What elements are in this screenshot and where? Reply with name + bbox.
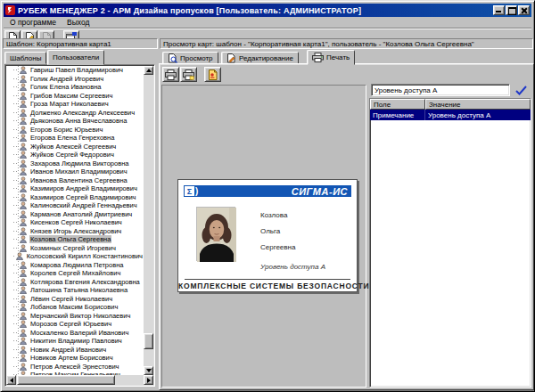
person-icon <box>20 184 27 192</box>
close-button[interactable] <box>518 5 530 15</box>
person-icon <box>20 354 27 362</box>
scroll-thumb[interactable] <box>144 333 153 349</box>
cell-field: Примечание <box>370 110 425 120</box>
printer-icon <box>312 53 324 62</box>
list-item[interactable]: Долженко Александр Алексеевич <box>6 109 144 118</box>
menu-about[interactable]: О программе <box>5 17 61 28</box>
list-item[interactable]: Гавриш Павел Владимирович <box>6 66 144 75</box>
minimize-button[interactable] <box>493 5 505 15</box>
list-item[interactable]: Никитин Владимир Павлович <box>6 337 144 346</box>
list-item[interactable]: Мерчанский Виктор Николаевич <box>6 312 144 321</box>
list-vertical-scrollbar[interactable] <box>144 66 153 375</box>
list-item[interactable]: Новик Андрей Иванович <box>6 346 144 355</box>
app-icon <box>5 5 15 15</box>
list-item[interactable]: Петров Алексей Эрнестович <box>6 363 144 372</box>
list-item[interactable]: Кисенков Сергей Николаевич <box>6 218 144 227</box>
scroll-up-icon[interactable] <box>144 66 153 75</box>
print-button[interactable] <box>162 67 179 82</box>
sigma-logo-icon: Σ <box>185 186 194 196</box>
list-item[interactable]: Москаленко Валерий Иванович <box>6 329 144 338</box>
tab-preview[interactable]: Просмотр <box>162 52 218 64</box>
list-item[interactable]: Королев Сергей Михайлович <box>6 269 144 278</box>
card-divider <box>185 279 350 280</box>
column-header-value[interactable]: Значение <box>425 99 531 110</box>
person-icon <box>20 193 27 201</box>
list-item[interactable]: Козминых Сергей Игоревич <box>6 244 144 253</box>
person-icon <box>20 346 27 354</box>
list-item[interactable]: Иванов Михаил Владимирович <box>6 167 144 176</box>
status-template: Шаблон: Корпоративная карта1 <box>3 38 158 49</box>
card-firstname: Ольга <box>260 227 280 235</box>
title-bar[interactable]: РУБЕЖ МЕНЕДЖЕР 2 - АРМ Дизайна пропусков… <box>4 4 531 17</box>
tab-print[interactable]: Печать <box>307 50 355 65</box>
person-icon <box>20 83 27 91</box>
person-icon <box>20 363 27 371</box>
list-item[interactable]: Жуйков Сергей Федорович <box>6 151 144 159</box>
list-item[interactable]: Казимиров Сергей Владимирович <box>6 193 144 202</box>
card-preview-area: Σ ) СИГМА-ИС <box>161 85 366 388</box>
card-badge-icon <box>207 69 218 80</box>
list-item[interactable]: Карманов Анатолий Дмитриевич <box>6 210 144 219</box>
maximize-button[interactable] <box>506 5 517 15</box>
list-item[interactable]: Голик Елена Ивановна <box>6 83 144 92</box>
list-item[interactable]: Дьяконова Анна Вячеславовна <box>6 117 144 126</box>
person-icon <box>20 227 27 235</box>
person-icon <box>20 176 27 184</box>
list-item[interactable]: Латошина Татьяна Николаевна <box>6 286 144 295</box>
list-item[interactable]: Морозов Сергей Юрьевич <box>6 320 144 329</box>
list-item[interactable]: Калиновский Андрей Геннадьевич <box>6 201 144 210</box>
person-icon <box>20 235 27 243</box>
card-brand: СИГМА-ИС <box>198 186 351 197</box>
tab-users[interactable]: Пользователи <box>47 50 104 65</box>
list-item[interactable]: Жуйков Алексей Сергеевич <box>6 143 144 151</box>
card-middlename: Сергеевна <box>260 243 295 251</box>
apply-button[interactable] <box>513 84 530 96</box>
list-item[interactable]: Голик Андрей Игоревич <box>6 75 144 84</box>
scroll-left-icon[interactable] <box>6 375 16 385</box>
field-value-input[interactable] <box>371 84 510 96</box>
list-item[interactable]: Козлова Ольга Сергеевна <box>6 235 144 244</box>
person-icon <box>16 252 23 260</box>
list-item[interactable]: Егоров Борис Юрьевич <box>6 126 144 135</box>
list-item[interactable]: Лобанов Максим Борисович <box>6 303 144 312</box>
list-item[interactable]: Князев Игорь Александрович <box>6 227 144 236</box>
portrait-photo <box>197 208 236 262</box>
list-item[interactable]: Лёвин Сергей Николаевич <box>6 295 144 304</box>
status-view: Просмотр карт: шаблон - "Корпоративная к… <box>160 38 533 49</box>
person-icon <box>20 269 27 277</box>
menu-bar: О программе Выход <box>4 17 531 29</box>
card-footer: КОМПЛЕКСНЫЕ СИСТЕМЫ БЕЗОПАСНОСТИ <box>178 282 357 290</box>
user-list: Гавриш Павел Владимирович Голик Андрей И… <box>6 66 144 375</box>
list-item[interactable]: Иванова Валентина Сергеевна <box>6 176 144 185</box>
list-item[interactable]: Колосовский Кирилл Константинович <box>6 252 144 261</box>
print-setup-button[interactable] <box>180 67 197 82</box>
list-item[interactable]: Котлярова Евгения Александровна <box>6 278 144 287</box>
person-icon <box>20 337 27 345</box>
list-item[interactable]: Казимиров Андрей Владимирович <box>6 184 144 193</box>
list-item[interactable]: Грибов Максим Сергеевич <box>6 92 144 101</box>
list-horizontal-scrollbar[interactable] <box>6 375 153 385</box>
person-icon <box>20 134 27 142</box>
list-item[interactable]: Комарова Людмила Петровна <box>6 261 144 270</box>
tab-templates[interactable]: Шаблоны <box>4 52 46 64</box>
person-icon <box>20 201 27 209</box>
scroll-down-icon[interactable] <box>144 366 153 375</box>
scroll-right-icon[interactable] <box>144 375 153 385</box>
column-header-field[interactable]: Поле <box>370 99 425 110</box>
edit-pencil-icon <box>226 53 236 63</box>
person-icon <box>20 92 27 100</box>
list-item[interactable]: Захарова Людмила Викторовна <box>6 159 144 168</box>
print-card-button[interactable] <box>204 67 221 82</box>
table-row[interactable]: Примечание Уровень доступа А <box>370 110 531 120</box>
list-item[interactable]: Гроза Марат Николаевич <box>6 100 144 109</box>
list-item[interactable]: Егорова Елена Генреховна <box>6 134 144 143</box>
cell-value: Уровень доступа А <box>425 110 531 120</box>
tab-edit[interactable]: Редактирование <box>221 52 299 64</box>
person-icon <box>20 320 27 328</box>
list-item[interactable]: Новиков Артем Борисович <box>6 354 144 363</box>
person-icon <box>20 117 27 125</box>
hscroll-thumb[interactable] <box>17 375 115 385</box>
person-icon <box>20 109 27 117</box>
menu-exit[interactable]: Выход <box>62 17 94 28</box>
print-tab-page: Σ ) СИГМА-ИС <box>159 63 534 390</box>
